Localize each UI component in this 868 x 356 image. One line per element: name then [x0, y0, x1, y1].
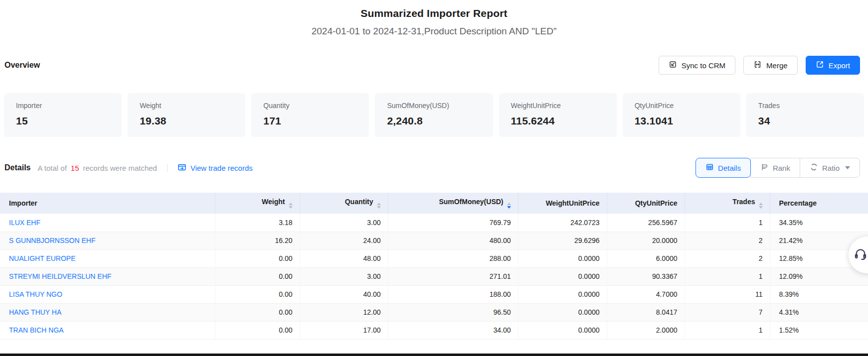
cell-trades: 1 [685, 321, 770, 339]
cell-percentage: 34.35% [770, 214, 868, 232]
col-header-percentage: Percentage [770, 193, 868, 214]
cell-trades: 1 [685, 214, 770, 232]
cell-weight: 3.18 [215, 214, 300, 232]
overview-bar: Overview Sync to CRM [0, 55, 868, 75]
vertical-divider [167, 164, 168, 172]
stat-card-qty-unit-price: QtyUnitPrice 13.1041 [623, 93, 740, 137]
table-grid-icon [705, 163, 714, 173]
cell-weight_unit_price: 0.0000 [518, 285, 607, 303]
stat-label: WeightUnitPrice [511, 102, 605, 110]
rank-flag-icon [760, 163, 769, 173]
col-header-quantity[interactable]: Quantity [300, 193, 388, 214]
stat-card-importer: Importer 15 [4, 93, 122, 137]
stat-value: 2,240.8 [387, 115, 481, 127]
report-subtitle: 2024-01-01 to 2024-12-31,Product Descrip… [0, 26, 868, 37]
cell-qty_unit_price: 256.5967 [607, 214, 685, 232]
merge-button[interactable]: Merge [743, 56, 798, 75]
col-header-weight-unit-price: WeightUnitPrice [518, 193, 607, 214]
merge-icon [753, 60, 762, 70]
col-header-weight[interactable]: Weight [215, 193, 300, 214]
cell-weight_unit_price: 0.0000 [518, 267, 607, 285]
table-row: LISA THUY NGO0.0040.00188.000.00004.7000… [0, 285, 868, 303]
cell-sum_of_money: 96.50 [388, 303, 518, 321]
cell-trades: 11 [685, 285, 770, 303]
sync-to-crm-button[interactable]: Sync to CRM [659, 56, 735, 75]
trade-records-icon [177, 163, 186, 173]
cell-quantity: 24.00 [300, 232, 388, 249]
cell-weight: 0.00 [215, 249, 300, 267]
cell-weight: 0.00 [215, 321, 300, 339]
cell-percentage: 4.31% [770, 303, 868, 321]
cell-weight: 0.00 [215, 285, 300, 303]
table-row: STREYMI HEILDVERSLUN EHF0.003.00271.010.… [0, 267, 868, 285]
table-row: HANG THUY HA0.0012.0096.500.00008.041774… [0, 303, 868, 321]
table-body: ILUX EHF3.183.00769.79242.0723256.596713… [0, 214, 868, 339]
cell-weight_unit_price: 0.0000 [518, 249, 607, 267]
chevron-down-icon [845, 166, 850, 169]
stat-value: 34 [758, 115, 852, 127]
cell-importer: STREYMI HEILDVERSLUN EHF [0, 267, 215, 285]
cell-trades: 1 [685, 267, 770, 285]
matched-prefix: A total of [37, 164, 66, 172]
cell-importer: HANG THUY HA [0, 303, 215, 321]
tab-details[interactable]: Details [695, 158, 751, 178]
cell-importer: NUALIGHT EUROPE [0, 249, 215, 267]
view-switch: Details Rank [695, 158, 860, 178]
stat-label: Importer [16, 102, 110, 110]
sort-icon[interactable] [377, 203, 381, 209]
overview-actions: Sync to CRM Merge [659, 56, 860, 75]
cell-weight: 0.00 [215, 267, 300, 285]
sort-icon[interactable] [289, 203, 293, 209]
cell-percentage: 1.52% [770, 321, 868, 339]
importer-link[interactable]: TRAN BICH NGA [9, 326, 64, 334]
view-trade-records-label: View trade records [190, 164, 253, 172]
stat-label: Weight [140, 102, 233, 110]
table-row: S GUNNBJORNSSON EHF16.2024.00480.0029.62… [0, 232, 868, 249]
cell-qty_unit_price: 20.0000 [607, 232, 685, 249]
cell-weight_unit_price: 0.0000 [518, 303, 607, 321]
cell-percentage: 8.39% [770, 285, 868, 303]
cell-importer: S GUNNBJORNSSON EHF [0, 232, 215, 249]
matched-count: 15 [71, 164, 79, 172]
overview-label: Overview [4, 61, 40, 70]
export-button[interactable]: Export [806, 56, 860, 75]
cell-quantity: 3.00 [300, 267, 388, 285]
sort-icon-active-desc[interactable] [507, 203, 511, 209]
stat-value: 115.6244 [511, 115, 605, 127]
cell-weight_unit_price: 29.6296 [518, 232, 607, 249]
sync-icon [669, 60, 677, 70]
importer-link[interactable]: LISA THUY NGO [9, 290, 62, 298]
export-icon [816, 60, 824, 70]
importer-link[interactable]: STREYMI HEILDVERSLUN EHF [9, 272, 111, 280]
stat-value: 13.1041 [635, 115, 728, 127]
view-trade-records-link[interactable]: View trade records [177, 163, 253, 173]
cell-qty_unit_price: 8.0417 [607, 303, 685, 321]
table-header-row: Importer Weight Quantity SumOfMoney(USD)… [0, 193, 868, 214]
cell-qty_unit_price: 4.7000 [607, 285, 685, 303]
stat-card-weight-unit-price: WeightUnitPrice 115.6244 [499, 93, 617, 137]
sort-icon[interactable] [759, 203, 763, 209]
col-header-sum-of-money[interactable]: SumOfMoney(USD) [388, 193, 518, 214]
importer-link[interactable]: ILUX EHF [9, 219, 40, 227]
stat-card-trades: Trades 34 [746, 93, 864, 137]
stat-label: SumOfMoney(USD) [387, 102, 481, 110]
cell-sum_of_money: 288.00 [388, 249, 518, 267]
tab-details-label: Details [718, 164, 741, 172]
importer-link[interactable]: HANG THUY HA [9, 308, 61, 316]
importer-link[interactable]: S GUNNBJORNSSON EHF [9, 237, 95, 244]
cell-weight_unit_price: 0.0000 [518, 321, 607, 339]
cell-qty_unit_price: 6.0000 [607, 249, 685, 267]
col-header-trades[interactable]: Trades [685, 193, 770, 214]
tab-rank[interactable]: Rank [750, 158, 800, 178]
details-title: Details [4, 163, 30, 172]
summarized-importer-report-page: Summarized Importer Report 2024-01-01 to… [0, 0, 868, 356]
cell-sum_of_money: 271.01 [388, 267, 518, 285]
table-row: NUALIGHT EUROPE0.0048.00288.000.00006.00… [0, 249, 868, 267]
cell-importer: LISA THUY NGO [0, 285, 215, 303]
cell-trades: 2 [685, 249, 770, 267]
export-label: Export [829, 61, 850, 70]
col-header-importer: Importer [0, 193, 215, 214]
cell-quantity: 40.00 [300, 285, 388, 303]
importer-link[interactable]: NUALIGHT EUROPE [9, 254, 76, 262]
tab-ratio[interactable]: Ratio [800, 158, 860, 178]
